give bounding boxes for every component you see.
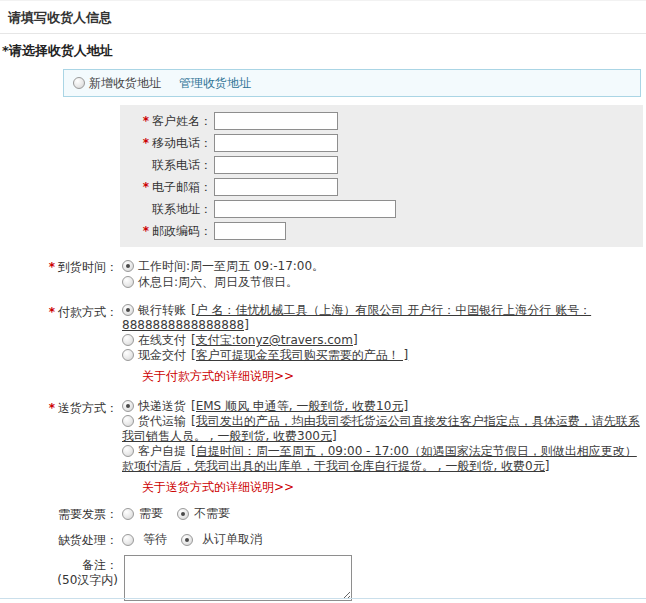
payment-method-label: 付款方式： bbox=[58, 305, 118, 319]
restday-radio[interactable] bbox=[122, 276, 134, 288]
remark-textarea[interactable] bbox=[124, 555, 352, 601]
online-pay-option: 在线支付[支付宝:tonyz@travers.com] bbox=[122, 333, 644, 348]
customer-name-row: *客户姓名： bbox=[120, 110, 643, 132]
bank-transfer-detail-link[interactable]: [户 名：佳忧机械工具（上海）有限公司 开户行：中国银行上海分行 账号：8888… bbox=[122, 303, 591, 332]
invoice-yes-label: 需要 bbox=[139, 505, 163, 522]
postal-code-label: 邮政编码： bbox=[152, 224, 212, 238]
online-pay-radio[interactable] bbox=[122, 334, 134, 346]
express-option: 快递送货[EMS 顺风 申通等, 一般到货, 收费10元] bbox=[122, 399, 644, 414]
contact-address-input[interactable] bbox=[214, 200, 396, 218]
contact-phone-row: 联系电话： bbox=[120, 154, 643, 176]
stockout-row: 缺货处理： 等待 从订单取消 bbox=[0, 531, 646, 549]
stockout-cancel-label: 从订单取消 bbox=[202, 531, 262, 548]
bank-transfer-option: 银行转账[户 名：佳忧机械工具（上海）有限公司 开户行：中国银行上海分行 账号：… bbox=[122, 303, 644, 333]
email-row: *电子邮箱： bbox=[120, 176, 643, 198]
self-pickup-label: 客户自提 bbox=[138, 444, 186, 458]
contact-info-panel: *客户姓名： *移动电话： 联系电话： *电子邮箱： 联系地址： *邮政编码： bbox=[120, 105, 643, 247]
restday-option-label: 休息日:周六、周日及节假日。 bbox=[138, 275, 298, 289]
worktime-option-label: 工作时间:周一至周五 09:-17:00。 bbox=[138, 259, 324, 273]
new-address-label: 新增收货地址 bbox=[89, 75, 161, 92]
section-title-select-address: *请选择收货人地址 bbox=[2, 42, 646, 60]
consignee-form-page: 请填写收货人信息 *请选择收货人地址 新增收货地址 管理收货地址 *客户姓名： … bbox=[0, 0, 646, 603]
online-pay-detail-link[interactable]: [支付宝:tonyz@travers.com] bbox=[191, 333, 358, 347]
mobile-phone-row: *移动电话： bbox=[120, 132, 643, 154]
cash-pay-radio[interactable] bbox=[122, 349, 134, 361]
manage-addresses-link[interactable]: 管理收货地址 bbox=[179, 75, 251, 92]
mobile-phone-input[interactable] bbox=[214, 134, 338, 152]
online-pay-label: 在线支付 bbox=[138, 333, 186, 347]
stockout-wait-label: 等待 bbox=[143, 531, 167, 548]
bottom-divider bbox=[0, 598, 646, 599]
contact-phone-label: 联系电话： bbox=[152, 158, 212, 172]
page-header: 请填写收货人信息 bbox=[0, 1, 646, 34]
postal-code-input[interactable] bbox=[214, 222, 286, 240]
required-asterisk: * bbox=[143, 114, 149, 128]
address-selector-box: 新增收货地址 管理收货地址 bbox=[63, 69, 641, 97]
delivery-time-label: 到货时间： bbox=[58, 260, 118, 274]
worktime-radio[interactable] bbox=[122, 260, 134, 272]
bank-transfer-label: 银行转账 bbox=[138, 303, 186, 317]
worktime-option: 工作时间:周一至周五 09:-17:00。 bbox=[122, 258, 644, 274]
payment-details-link[interactable]: 关于付款方式的详细说明>> bbox=[142, 369, 294, 384]
required-asterisk: * bbox=[49, 305, 55, 319]
express-radio[interactable] bbox=[122, 400, 134, 412]
stockout-label: 缺货处理： bbox=[58, 533, 118, 547]
required-asterisk: * bbox=[143, 136, 149, 150]
invoice-no-label: 不需要 bbox=[194, 505, 230, 522]
bank-transfer-radio[interactable] bbox=[122, 304, 134, 316]
self-pickup-detail-link[interactable]: [自提时间：周一至周五，09:00 - 17:00（如遇国家法定节假日，则做出相… bbox=[122, 444, 637, 473]
delivery-time-row: *到货时间： 工作时间:周一至周五 09:-17:00。 休息日:周六、周日及节… bbox=[0, 258, 646, 290]
required-asterisk: * bbox=[49, 401, 55, 415]
shipping-method-label: 送货方式： bbox=[58, 401, 118, 415]
cash-pay-label: 现金交付 bbox=[138, 348, 186, 362]
required-asterisk: * bbox=[143, 224, 149, 238]
shipping-details-link[interactable]: 关于送货方式的详细说明>> bbox=[142, 480, 294, 495]
express-detail-link[interactable]: [EMS 顺风 申通等, 一般到货, 收费10元] bbox=[191, 399, 408, 413]
customer-name-label: 客户姓名： bbox=[152, 114, 212, 128]
required-asterisk: * bbox=[49, 260, 55, 274]
required-asterisk: * bbox=[143, 180, 149, 194]
page-title: 请填写收货人信息 bbox=[8, 9, 638, 27]
invoice-no-radio[interactable] bbox=[177, 508, 189, 520]
contact-address-label: 联系地址： bbox=[152, 202, 212, 216]
cash-pay-detail-link[interactable]: [客户可提现金至我司购买需要的产品！ ] bbox=[191, 348, 408, 362]
payment-method-row: *付款方式： 银行转账[户 名：佳忧机械工具（上海）有限公司 开户行：中国银行上… bbox=[0, 303, 646, 384]
contact-address-row: 联系地址： bbox=[120, 198, 643, 220]
express-label: 快递送货 bbox=[138, 399, 186, 413]
remark-row: 备注： (50汉字内) bbox=[0, 555, 646, 603]
invoice-label: 需要发票： bbox=[58, 507, 118, 521]
remark-sublabel: (50汉字内) bbox=[0, 573, 118, 588]
remark-label: 备注： bbox=[0, 558, 118, 573]
freight-detail-link[interactable]: [我司发出的产品，均由我司委托货运公司直接发往客户指定点，具体运费，请先联系我司… bbox=[122, 414, 640, 443]
new-address-radio[interactable] bbox=[73, 77, 85, 89]
customer-name-input[interactable] bbox=[214, 112, 338, 130]
invoice-row: 需要发票： 需要 不需要 bbox=[0, 505, 646, 523]
cash-pay-option: 现金交付[客户可提现金至我司购买需要的产品！ ] bbox=[122, 348, 644, 363]
email-input[interactable] bbox=[214, 178, 338, 196]
invoice-yes-radio[interactable] bbox=[122, 508, 134, 520]
stockout-wait-radio[interactable] bbox=[122, 534, 134, 546]
self-pickup-radio[interactable] bbox=[122, 445, 134, 457]
restday-option: 休息日:周六、周日及节假日。 bbox=[122, 274, 644, 290]
mobile-phone-label: 移动电话： bbox=[152, 136, 212, 150]
freight-label: 货代运输 bbox=[138, 414, 186, 428]
contact-phone-input[interactable] bbox=[214, 156, 338, 174]
shipping-method-row: *送货方式： 快递送货[EMS 顺风 申通等, 一般到货, 收费10元] 货代运… bbox=[0, 399, 646, 495]
freight-option: 货代运输[我司发出的产品，均由我司委托货运公司直接发往客户指定点，具体运费，请先… bbox=[122, 414, 644, 444]
stockout-cancel-radio[interactable] bbox=[181, 534, 193, 546]
postal-code-row: *邮政编码： bbox=[120, 220, 643, 242]
freight-radio[interactable] bbox=[122, 415, 134, 427]
email-label: 电子邮箱： bbox=[152, 180, 212, 194]
self-pickup-option: 客户自提[自提时间：周一至周五，09:00 - 17:00（如遇国家法定节假日，… bbox=[122, 444, 644, 474]
